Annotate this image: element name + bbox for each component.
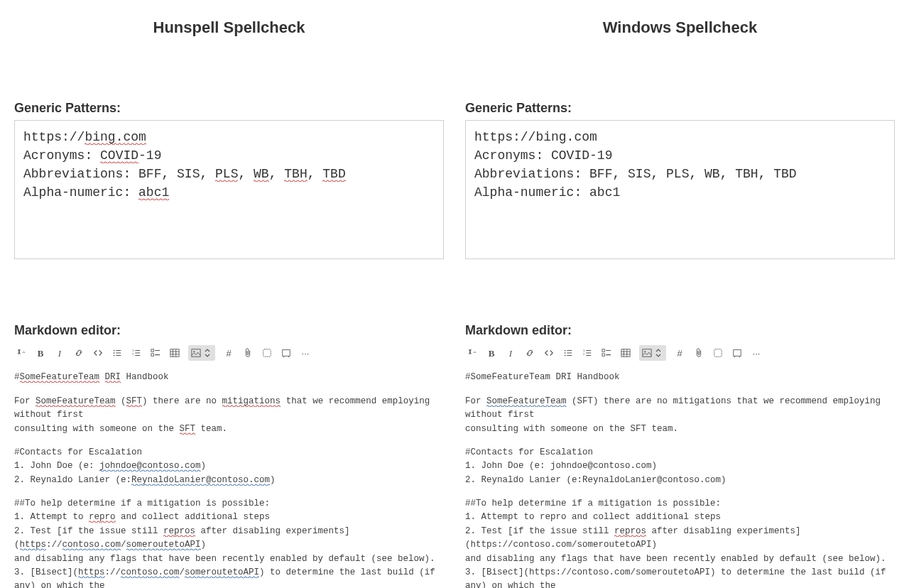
svg-rect-7 — [170, 349, 179, 357]
bold-button[interactable]: B — [35, 347, 46, 359]
updown-icon[interactable] — [202, 347, 213, 359]
code-button[interactable] — [543, 347, 555, 359]
hunspell-title: Hunspell Spellcheck — [14, 18, 444, 37]
bullet-list-button[interactable] — [111, 347, 123, 359]
italic-button[interactable]: I — [54, 347, 65, 359]
markdown-body-left[interactable]: #SomeFeatureTeam DRI HandbookFor SomeFea… — [14, 371, 444, 588]
table-button[interactable] — [169, 347, 180, 359]
markdown-toolbar-right: BI12#··· — [465, 342, 895, 364]
svg-rect-10 — [263, 349, 271, 357]
mention-button[interactable] — [712, 347, 724, 359]
numbered-list-button[interactable]: 12 — [131, 347, 142, 359]
svg-rect-5 — [151, 349, 154, 352]
svg-rect-19 — [621, 349, 630, 357]
svg-text:2: 2 — [583, 352, 585, 356]
bold-button[interactable]: B — [486, 347, 497, 359]
checklist-button[interactable] — [150, 347, 161, 359]
markdown-body-right[interactable]: #SomeFeatureTeam DRI HandbookFor SomeFea… — [465, 371, 895, 588]
updown-icon[interactable] — [653, 347, 664, 359]
attach-button[interactable] — [242, 347, 254, 359]
image-button[interactable] — [641, 347, 653, 359]
link-button[interactable] — [524, 347, 535, 359]
generic-patterns-box-right[interactable]: https://bing.comAcronyms: COVID-19Abbrev… — [465, 120, 895, 259]
generic-patterns-label-right: Generic Patterns: — [465, 101, 895, 116]
windows-title: Windows Spellcheck — [465, 18, 895, 37]
svg-rect-20 — [643, 349, 651, 357]
numbered-list-button[interactable]: 12 — [582, 347, 593, 359]
attach-button[interactable] — [693, 347, 704, 359]
svg-rect-8 — [192, 349, 200, 357]
more-button[interactable]: ··· — [300, 347, 311, 359]
bullet-list-button[interactable] — [562, 347, 574, 359]
hash-button[interactable]: # — [674, 347, 685, 359]
svg-point-9 — [193, 352, 195, 353]
svg-point-13 — [565, 353, 566, 354]
markdown-editor-label-right: Markdown editor: — [465, 323, 895, 338]
svg-point-2 — [114, 355, 115, 356]
fullscreen-button[interactable] — [731, 347, 743, 359]
image-button[interactable] — [190, 347, 202, 359]
svg-rect-23 — [734, 350, 741, 356]
svg-point-0 — [114, 350, 115, 352]
svg-text:2: 2 — [132, 352, 134, 356]
fullscreen-button[interactable] — [281, 347, 292, 359]
svg-point-14 — [565, 355, 566, 356]
table-button[interactable] — [620, 347, 631, 359]
mention-button[interactable] — [261, 347, 273, 359]
svg-rect-18 — [602, 354, 605, 356]
svg-rect-6 — [151, 354, 154, 356]
svg-rect-22 — [714, 349, 722, 357]
windows-column: Windows Spellcheck Generic Patterns: htt… — [458, 14, 902, 588]
italic-button[interactable]: I — [505, 347, 516, 359]
checklist-button[interactable] — [601, 347, 612, 359]
generic-patterns-box-left[interactable]: https://bing.comAcronyms: COVID-19Abbrev… — [14, 120, 444, 259]
svg-point-12 — [565, 350, 566, 352]
svg-point-1 — [114, 353, 115, 354]
markdown-toolbar-left: BI12#··· — [14, 342, 444, 364]
heading-dropdown-icon[interactable] — [467, 347, 478, 359]
generic-patterns-label-left: Generic Patterns: — [14, 101, 444, 116]
svg-rect-11 — [283, 350, 290, 356]
code-button[interactable] — [92, 347, 104, 359]
heading-dropdown-icon[interactable] — [16, 347, 27, 359]
hunspell-column: Hunspell Spellcheck Generic Patterns: ht… — [7, 14, 451, 588]
more-button[interactable]: ··· — [751, 347, 762, 359]
svg-point-21 — [644, 352, 646, 353]
markdown-editor-label-left: Markdown editor: — [14, 323, 444, 338]
hash-button[interactable]: # — [223, 347, 234, 359]
link-button[interactable] — [73, 347, 85, 359]
svg-rect-17 — [602, 349, 605, 352]
